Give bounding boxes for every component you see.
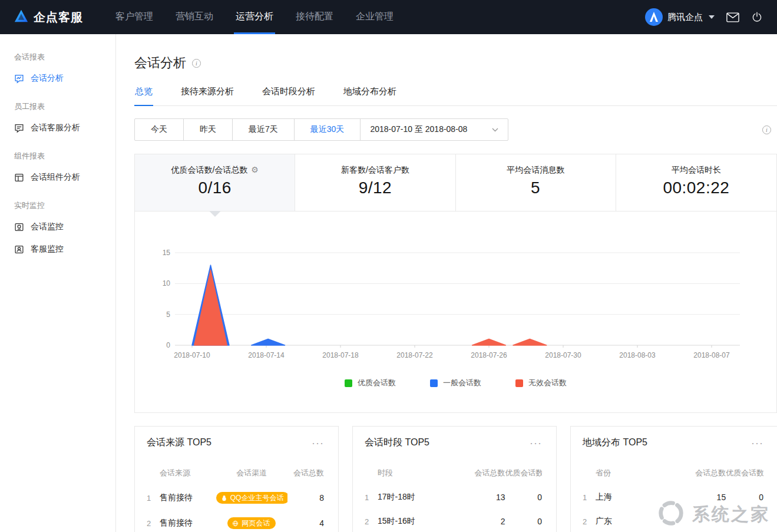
column-header: 会话渠道 bbox=[216, 468, 287, 478]
overview-card: 优质会话数/会话总数⚙0/16新客数/会话客户数9/12平均会话消息数5平均会话… bbox=[134, 154, 777, 413]
table-row: 215时-16时20 bbox=[365, 516, 542, 527]
watermark-text: 系统之家 bbox=[692, 503, 770, 527]
row-rank: 2 bbox=[147, 519, 160, 528]
column-header: 优质会话数 bbox=[726, 468, 763, 478]
stat-card-2[interactable]: 平均会话消息数5 bbox=[456, 154, 616, 211]
more-menu-icon[interactable]: ··· bbox=[751, 440, 763, 446]
legend-label: 无效会话数 bbox=[528, 378, 567, 388]
sidebar-item-label: 客服监控 bbox=[31, 244, 64, 255]
filter-last7days[interactable]: 最近7天 bbox=[232, 118, 295, 141]
panel-title: 会话来源 TOP5 bbox=[147, 437, 211, 449]
sidebar-item-label: 会话分析 bbox=[31, 73, 64, 84]
brand-title: 企点客服 bbox=[34, 9, 83, 25]
sidebar-item-label: 会话监控 bbox=[31, 222, 64, 232]
sidebar-item-agent-session-analysis[interactable]: 会话客服分析 bbox=[0, 117, 115, 139]
account-menu[interactable]: 腾讯企点 bbox=[645, 8, 715, 26]
date-range-picker[interactable]: 2018-07-10 至 2018-08-08 bbox=[360, 118, 508, 141]
gear-icon[interactable]: ⚙ bbox=[251, 165, 259, 174]
row-rank: 1 bbox=[583, 493, 596, 502]
more-menu-icon[interactable]: ··· bbox=[530, 440, 542, 446]
agent-monitor-icon bbox=[14, 244, 24, 255]
svg-text:2018-07-30: 2018-07-30 bbox=[545, 351, 581, 359]
filter-last30days[interactable]: 最近30天 bbox=[294, 118, 361, 141]
stat-card-0[interactable]: 优质会话数/会话总数⚙0/16 bbox=[135, 154, 295, 211]
component-analysis-icon bbox=[14, 173, 24, 183]
column-header: 优质会话数 bbox=[505, 468, 542, 478]
sessions-chart: 0510152018-07-102018-07-142018-07-182018… bbox=[135, 212, 776, 365]
nav-item-marketing-interaction[interactable]: 营销互动 bbox=[174, 0, 215, 34]
qidian-logo-icon bbox=[14, 9, 28, 25]
stat-card-3[interactable]: 平均会话时长00:02:22 bbox=[616, 154, 776, 211]
panel-sources: 会话来源 TOP5···会话来源会话渠道会话总数1售前接待QQ企业主号会话82售… bbox=[134, 426, 339, 532]
stat-label: 平均会话消息数 bbox=[456, 165, 616, 176]
table-row: 117时-18时130 bbox=[365, 492, 542, 503]
table-cell: 15时-16时 bbox=[378, 516, 434, 527]
date-filter-row: 今天昨天最近7天最近30天 2018-07-10 至 2018-08-08 i bbox=[134, 118, 777, 141]
column-header: 省份 bbox=[596, 468, 653, 478]
column-header: 会话总数 bbox=[434, 468, 505, 478]
chart-area: 0510152018-07-102018-07-142018-07-182018… bbox=[135, 212, 776, 412]
stat-value: 00:02:22 bbox=[616, 179, 776, 197]
column-header: 会话总数 bbox=[287, 468, 324, 478]
channel-badge: QQ企业主号会话 bbox=[216, 492, 287, 504]
tab-region-distribution[interactable]: 地域分布分析 bbox=[343, 86, 397, 106]
stat-label: 平均会话时长 bbox=[616, 165, 776, 176]
svg-text:2018-07-18: 2018-07-18 bbox=[322, 351, 359, 359]
sidebar-item-session-analysis[interactable]: 会话分析 bbox=[0, 67, 115, 90]
nav-item-reception-config[interactable]: 接待配置 bbox=[294, 0, 335, 34]
chart-legend: 优质会话数一般会话数无效会话数 bbox=[135, 378, 776, 388]
watermark-logo-icon bbox=[656, 498, 686, 531]
panel-title: 会话时段 TOP5 bbox=[365, 437, 429, 449]
sidebar-item-agent-monitor[interactable]: 客服监控 bbox=[0, 238, 115, 260]
brand: 企点客服 bbox=[14, 9, 83, 25]
table-cell: 上海 bbox=[596, 492, 653, 503]
stats-row: 优质会话数/会话总数⚙0/16新客数/会话客户数9/12平均会话消息数5平均会话… bbox=[135, 154, 776, 212]
stat-card-1[interactable]: 新客数/会话客户数9/12 bbox=[295, 154, 455, 211]
table-header: 会话来源会话渠道会话总数 bbox=[147, 468, 324, 478]
table-cell: 13 bbox=[434, 493, 505, 502]
sidebar-item-session-monitor[interactable]: 会话监控 bbox=[0, 216, 115, 238]
tab-session-period[interactable]: 会话时段分析 bbox=[262, 86, 316, 106]
table-cell: 售前接待 bbox=[160, 493, 216, 503]
table-cell: 2 bbox=[434, 517, 505, 526]
svg-text:2018-08-07: 2018-08-07 bbox=[693, 351, 730, 359]
sidebar-item-component-session-analysis[interactable]: 会话组件分析 bbox=[0, 166, 115, 189]
stat-label: 优质会话数/会话总数⚙ bbox=[135, 165, 295, 176]
sidebar-item-label: 会话客服分析 bbox=[31, 123, 80, 133]
legend-label: 优质会话数 bbox=[358, 378, 396, 388]
metrics-info-icon[interactable]: i bbox=[762, 125, 771, 134]
chat-analysis-icon bbox=[14, 74, 24, 84]
legend-swatch bbox=[345, 379, 352, 387]
main-content: 会话分析 i 总览接待来源分析会话时段分析地域分布分析 今天昨天最近7天最近30… bbox=[116, 34, 777, 532]
page-title-info-icon[interactable]: i bbox=[192, 59, 201, 68]
stat-label: 新客数/会话客户数 bbox=[295, 165, 455, 176]
sidebar-item-label: 会话组件分析 bbox=[31, 172, 80, 183]
table-cell: 17时-18时 bbox=[378, 492, 434, 503]
table-cell: 网页会话 bbox=[216, 517, 287, 529]
tab-reception-source[interactable]: 接待来源分析 bbox=[180, 86, 234, 106]
row-rank: 2 bbox=[365, 517, 378, 526]
power-icon[interactable] bbox=[751, 11, 763, 23]
account-avatar bbox=[645, 8, 663, 26]
filter-yesterday[interactable]: 昨天 bbox=[183, 118, 233, 141]
tab-overview[interactable]: 总览 bbox=[134, 86, 153, 106]
account-label: 腾讯企点 bbox=[667, 12, 703, 23]
mail-icon[interactable] bbox=[726, 12, 739, 22]
svg-text:0: 0 bbox=[166, 341, 170, 349]
globe-icon bbox=[232, 520, 239, 527]
filter-today[interactable]: 今天 bbox=[134, 118, 184, 141]
nav-item-customer-management[interactable]: 客户管理 bbox=[114, 0, 155, 34]
row-rank: 1 bbox=[365, 493, 378, 502]
analysis-tabs: 总览接待来源分析会话时段分析地域分布分析 bbox=[134, 86, 777, 106]
date-range-value: 2018-07-10 至 2018-08-08 bbox=[370, 124, 467, 135]
more-menu-icon[interactable]: ··· bbox=[312, 440, 324, 446]
nav-item-enterprise-management[interactable]: 企业管理 bbox=[354, 0, 395, 34]
badge-label: 网页会话 bbox=[242, 519, 270, 527]
table-cell: 售前接待 bbox=[160, 518, 216, 528]
title-row: 会话分析 i bbox=[134, 54, 777, 72]
table-header: 省份会话总数优质会话数 bbox=[583, 468, 763, 478]
channel-badge: 网页会话 bbox=[227, 517, 276, 529]
date-filter-group: 今天昨天最近7天最近30天 bbox=[134, 118, 361, 141]
nav-item-operation-analysis[interactable]: 运营分析 bbox=[234, 0, 275, 34]
top-navbar: 企点客服 客户管理营销互动运营分析接待配置企业管理 腾讯企点 bbox=[0, 0, 777, 34]
